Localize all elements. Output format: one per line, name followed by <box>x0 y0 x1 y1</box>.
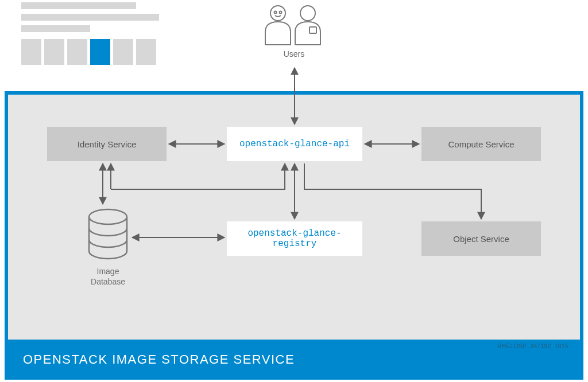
footer-bar: OPENSTACK IMAGE STORAGE SERVICE RHELOSP_… <box>5 340 583 380</box>
users-icon <box>256 3 332 46</box>
svg-point-3 <box>300 6 315 21</box>
svg-point-1 <box>274 11 277 14</box>
svg-point-0 <box>270 6 285 21</box>
image-database-icon <box>82 206 134 267</box>
svg-point-5 <box>89 209 127 224</box>
node-object-service: Object Service <box>421 221 541 256</box>
node-compute-service: Compute Service <box>421 127 541 161</box>
svg-rect-4 <box>310 27 316 33</box>
users-label: Users <box>256 49 332 60</box>
nav-thumbnail-active <box>90 39 110 65</box>
node-identity-service: Identity Service <box>47 127 167 161</box>
svg-point-2 <box>280 11 282 14</box>
node-glance-api: openstack-glance-api <box>227 127 362 161</box>
nav-thumbnail <box>21 2 159 67</box>
footer-tag: RHELOSP_347192_1015 <box>497 343 568 349</box>
image-database-label: Image Database <box>71 267 145 287</box>
footer-title: OPENSTACK IMAGE STORAGE SERVICE <box>23 352 295 367</box>
node-glance-registry: openstack-glance-registry <box>227 221 362 256</box>
